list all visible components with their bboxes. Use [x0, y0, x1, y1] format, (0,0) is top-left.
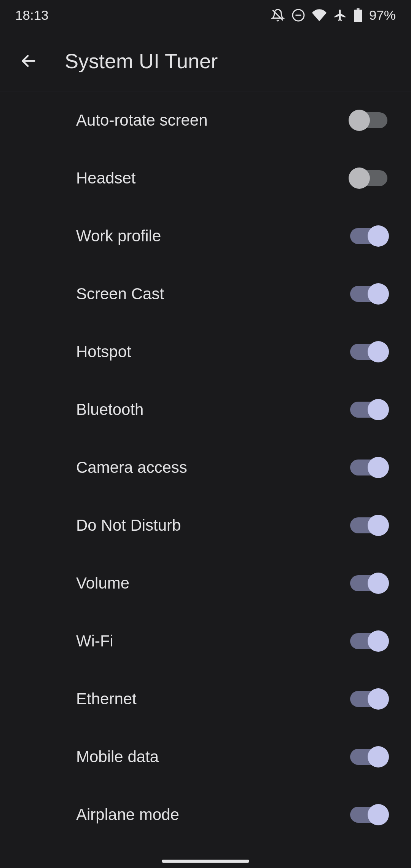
settings-row-label: Camera access	[76, 458, 187, 477]
toggle-thumb	[368, 283, 389, 305]
settings-row-camera-access[interactable]: Camera access	[76, 439, 393, 496]
settings-row-bluetooth[interactable]: Bluetooth	[76, 381, 393, 439]
app-bar: System UI Tuner	[0, 30, 411, 91]
status-time-area: 18:13	[15, 8, 49, 23]
settings-row-ethernet[interactable]: Ethernet	[76, 670, 393, 728]
toggle-thumb	[349, 168, 370, 189]
toggle-thumb	[368, 804, 389, 825]
toggle-thumb	[368, 225, 389, 247]
svg-rect-3	[357, 8, 359, 10]
toggle-auto-rotate[interactable]	[350, 112, 387, 128]
toggle-thumb	[349, 110, 370, 131]
settings-row-label: Do Not Disturb	[76, 516, 181, 535]
arrow-left-icon	[20, 52, 37, 70]
settings-row-auto-rotate[interactable]: Auto-rotate screen	[76, 91, 393, 149]
page-title: System UI Tuner	[65, 49, 218, 73]
back-button[interactable]	[15, 48, 42, 74]
settings-row-label: Volume	[76, 574, 129, 592]
settings-row-dnd[interactable]: Do Not Disturb	[76, 496, 393, 554]
settings-row-label: Wi-Fi	[76, 632, 113, 650]
settings-row-label: Screen Cast	[76, 285, 164, 303]
toggle-wifi[interactable]	[350, 633, 387, 649]
status-bar: 18:13	[0, 0, 411, 30]
settings-row-label: Airplane mode	[76, 806, 179, 824]
mute-notification-icon	[271, 8, 285, 22]
settings-row-headset[interactable]: Headset	[76, 149, 393, 207]
toggle-ethernet[interactable]	[350, 691, 387, 707]
battery-icon	[354, 8, 362, 22]
settings-row-airplane-mode[interactable]: Airplane mode	[76, 786, 393, 844]
toggle-thumb	[368, 573, 389, 594]
toggle-airplane-mode[interactable]	[350, 807, 387, 823]
toggle-volume[interactable]	[350, 575, 387, 591]
status-icons: 97%	[271, 8, 396, 23]
settings-row-label: Work profile	[76, 227, 161, 245]
toggle-thumb	[368, 515, 389, 536]
settings-row-label: Mobile data	[76, 748, 159, 766]
settings-row-label: Hotspot	[76, 343, 131, 361]
toggle-mobile-data[interactable]	[350, 749, 387, 765]
toggle-camera-access[interactable]	[350, 460, 387, 475]
settings-row-mobile-data[interactable]: Mobile data	[76, 728, 393, 786]
toggle-thumb	[368, 746, 389, 767]
airplane-icon	[333, 8, 347, 22]
toggle-thumb	[368, 341, 389, 362]
toggle-thumb	[368, 457, 389, 478]
toggle-screen-cast[interactable]	[350, 286, 387, 302]
dnd-icon	[292, 8, 305, 22]
nav-handle[interactable]	[162, 860, 249, 863]
toggle-bluetooth[interactable]	[350, 402, 387, 418]
toggle-thumb	[368, 630, 389, 652]
toggle-headset[interactable]	[350, 170, 387, 186]
svg-rect-4	[354, 10, 362, 22]
toggle-hotspot[interactable]	[350, 344, 387, 360]
settings-row-work-profile[interactable]: Work profile	[76, 207, 393, 265]
wifi-icon	[312, 9, 327, 21]
settings-row-hotspot[interactable]: Hotspot	[76, 323, 393, 381]
settings-row-screen-cast[interactable]: Screen Cast	[76, 265, 393, 323]
settings-row-label: Headset	[76, 169, 135, 187]
settings-row-label: Auto-rotate screen	[76, 111, 208, 129]
toggle-dnd[interactable]	[350, 517, 387, 533]
status-time: 18:13	[15, 8, 49, 23]
toggle-thumb	[368, 399, 389, 420]
settings-row-volume[interactable]: Volume	[76, 554, 393, 612]
toggle-work-profile[interactable]	[350, 228, 387, 244]
settings-row-wifi[interactable]: Wi-Fi	[76, 612, 393, 670]
battery-percent: 97%	[369, 8, 396, 23]
settings-row-label: Ethernet	[76, 690, 137, 708]
settings-row-label: Bluetooth	[76, 400, 143, 419]
settings-list: Auto-rotate screenHeadsetWork profileScr…	[0, 91, 411, 844]
toggle-thumb	[368, 688, 389, 710]
